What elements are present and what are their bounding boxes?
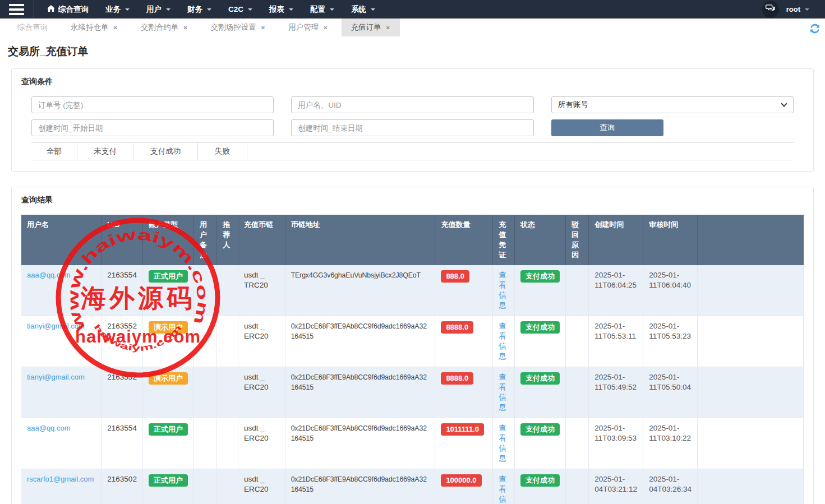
referrer-cell <box>217 316 238 367</box>
table-row: aaa@qq.com2163554正式用户usdt _ ERC200x21DcE… <box>21 418 804 469</box>
amount-badge: 1011111.0 <box>441 423 484 436</box>
view-info-link[interactable]: 查看信息 <box>499 271 506 309</box>
account-select[interactable] <box>551 96 794 113</box>
view-info-link[interactable]: 查看信息 <box>499 424 506 463</box>
amount-cell: 8888.0 <box>435 367 493 418</box>
tab-delivery-control-settings[interactable]: 交割场控设置✕ <box>201 19 275 36</box>
amount-cell: 888.0 <box>435 265 493 316</box>
status-cell: 支付成功 <box>514 469 565 504</box>
user-note-cell <box>193 469 216 504</box>
query-form: 查询 <box>31 96 794 136</box>
tab-summary-query[interactable]: 综合查询 <box>8 19 57 36</box>
refresh-icon[interactable] <box>810 24 820 34</box>
tab-recharge-orders[interactable]: 充值订单✕ <box>342 19 400 36</box>
col-amount: 充值数量 <box>435 215 493 265</box>
tab-delivery-contracts[interactable]: 交割合约单✕ <box>131 19 197 36</box>
referrer-cell <box>217 469 238 504</box>
extra-cell <box>698 469 804 504</box>
table-row: aaa@qq.com2163554正式用户usdt _ TRC20TErgx4G… <box>21 265 804 316</box>
menu-item-user[interactable]: 用户 <box>146 4 170 15</box>
menu-item-config[interactable]: 配置 <box>310 4 334 15</box>
table-row: rscarfo1@gmail.com2163502正式用户usdt _ ERC2… <box>21 469 804 504</box>
close-icon[interactable]: ✕ <box>386 25 390 31</box>
chevron-down-icon <box>289 8 293 11</box>
filter-all[interactable]: 全部 <box>31 143 77 160</box>
menu-item-c2c[interactable]: C2C <box>228 5 252 13</box>
menu-item-system[interactable]: 系统 <box>351 4 375 15</box>
view-info-link[interactable]: 查看信息 <box>499 373 506 411</box>
username-link[interactable]: aaa@qq.com <box>27 271 71 279</box>
username-cell: tianyi@gmail.com <box>21 316 102 367</box>
account-select-wrap <box>551 96 794 113</box>
chain-cell: usdt _ ERC20 <box>238 367 285 418</box>
menu-item-business[interactable]: 业务 <box>105 4 130 15</box>
chain-cell: usdt _ ERC20 <box>238 469 285 504</box>
col-extra <box>698 215 804 265</box>
reject-reason-cell <box>565 367 588 418</box>
reject-reason-cell <box>565 316 588 367</box>
status-badge: 支付成功 <box>520 270 560 283</box>
account-type-badge: 正式用户 <box>149 270 188 283</box>
uid-cell: 2163502 <box>102 469 143 504</box>
amount-cell: 100000.0 <box>435 469 493 504</box>
filter-unpaid[interactable]: 未支付 <box>77 143 133 160</box>
query-results-panel: 查询结果 用户名 UID 账户类型 用户备注 推荐人 充值币链 币链地址 充值数… <box>11 187 814 504</box>
username-link[interactable]: rscarfo1@gmail.com <box>27 475 94 483</box>
username-link[interactable]: tianyi@gmail.com <box>27 322 85 330</box>
filter-paid-success[interactable]: 支付成功 <box>133 143 198 160</box>
view-info-link[interactable]: 查看信息 <box>499 475 506 504</box>
voucher-cell: 查看信息 <box>493 265 515 316</box>
amount-badge: 888.0 <box>441 270 469 283</box>
address-cell: 0x21DcE68F3ffE9Ab8CC9f6d9adc1669aA321645… <box>285 367 435 418</box>
audit-time-cell: 2025-01-04T03:26:34 <box>643 469 698 504</box>
reject-reason-cell <box>565 469 588 504</box>
results-table: 用户名 UID 账户类型 用户备注 推荐人 充值币链 币链地址 充值数量 充值凭… <box>21 215 804 504</box>
chevron-down-icon <box>248 8 252 11</box>
menu-item-dashboard[interactable]: 综合查询 <box>47 4 89 15</box>
status-cell: 支付成功 <box>514 418 565 469</box>
extra-cell <box>698 265 804 316</box>
username-link[interactable]: aaa@qq.com <box>27 424 71 432</box>
address-cell: 0x21DcE68F3ffE9Ab8CC9f6d9adc1669aA321645… <box>285 316 435 367</box>
status-badge: 支付成功 <box>520 474 560 487</box>
user-note-cell <box>193 367 216 418</box>
username-cell: aaa@qq.com <box>21 265 102 316</box>
user-note-cell <box>193 265 216 316</box>
username-link[interactable]: tianyi@gmail.com <box>27 373 85 381</box>
status-cell: 支付成功 <box>514 367 565 418</box>
reject-reason-cell <box>565 265 588 316</box>
end-date-input[interactable] <box>291 119 533 136</box>
hamburger-menu-icon[interactable] <box>0 0 34 19</box>
close-icon[interactable]: ✕ <box>261 25 265 31</box>
username-uid-input[interactable] <box>291 96 533 113</box>
chain-cell: usdt _ ERC20 <box>238 316 285 367</box>
user-menu[interactable]: root <box>786 5 809 13</box>
results-table-body: aaa@qq.com2163554正式用户usdt _ TRC20TErgx4G… <box>21 265 804 504</box>
col-user-note: 用户备注 <box>193 215 216 265</box>
referrer-cell <box>217 418 238 469</box>
filter-failed[interactable]: 失败 <box>198 143 247 160</box>
voucher-cell: 查看信息 <box>493 316 515 367</box>
created-time-cell: 2025-01-11T05:49:52 <box>589 367 643 418</box>
start-date-input[interactable] <box>31 119 274 136</box>
status-cell: 支付成功 <box>514 316 565 367</box>
tab-user-management[interactable]: 用户管理✕ <box>279 19 337 36</box>
messages-button[interactable] <box>762 1 779 18</box>
close-icon[interactable]: ✕ <box>113 25 118 31</box>
menu-item-report[interactable]: 报表 <box>269 4 293 15</box>
close-icon[interactable]: ✕ <box>183 25 187 31</box>
amount-badge: 8888.0 <box>441 321 473 334</box>
username-label: root <box>786 5 800 13</box>
menu-item-finance[interactable]: 财务 <box>187 4 211 15</box>
view-info-link[interactable]: 查看信息 <box>499 322 506 360</box>
status-badge: 支付成功 <box>520 423 560 436</box>
created-time-cell: 2025-01-11T03:09:53 <box>589 418 643 469</box>
created-time-cell: 2025-01-04T03:21:12 <box>589 469 643 504</box>
extra-cell <box>698 316 804 367</box>
search-button[interactable]: 查询 <box>551 119 663 136</box>
user-note-cell <box>193 418 216 469</box>
col-username: 用户名 <box>21 215 102 265</box>
close-icon[interactable]: ✕ <box>323 25 328 31</box>
order-no-input[interactable] <box>31 96 274 113</box>
tab-perpetual-positions[interactable]: 永续持仓单✕ <box>61 19 127 36</box>
